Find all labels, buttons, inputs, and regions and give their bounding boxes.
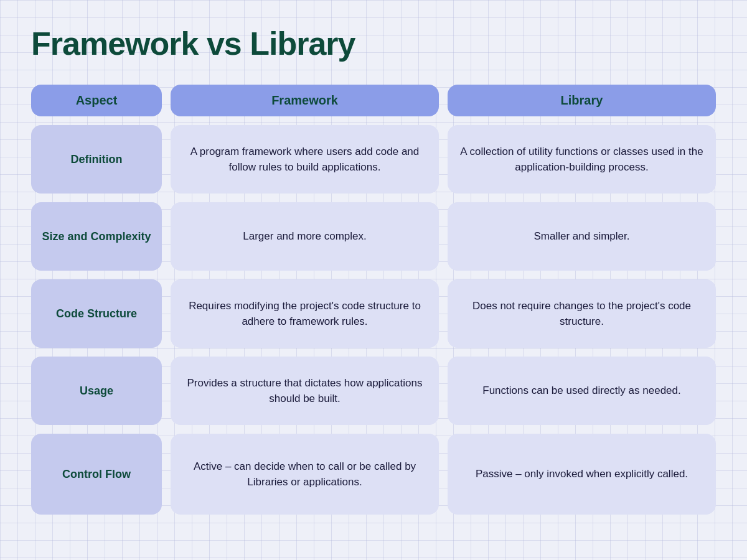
comparison-table: Aspect Framework Library Definition A pr…: [31, 85, 716, 515]
aspect-code-structure: Code Structure: [31, 279, 162, 348]
header-framework: Framework: [171, 85, 439, 116]
library-control-flow: Passive – only invoked when explicitly c…: [448, 434, 716, 515]
aspect-definition: Definition: [31, 125, 162, 194]
framework-control-flow: Active – can decide when to call or be c…: [171, 434, 439, 515]
framework-usage: Provides a structure that dictates how a…: [171, 357, 439, 425]
library-definition: A collection of utility functions or cla…: [448, 125, 716, 194]
framework-size-complexity: Larger and more complex.: [171, 202, 439, 271]
header-library: Library: [448, 85, 716, 116]
library-usage: Functions can be used directly as needed…: [448, 357, 716, 425]
library-size-complexity: Smaller and simpler.: [448, 202, 716, 271]
page-title: Framework vs Library: [31, 25, 716, 62]
header-aspect: Aspect: [31, 85, 162, 116]
aspect-control-flow: Control Flow: [31, 434, 162, 515]
library-code-structure: Does not require changes to the project'…: [448, 279, 716, 348]
framework-definition: A program framework where users add code…: [171, 125, 439, 194]
aspect-usage: Usage: [31, 357, 162, 425]
aspect-size-complexity: Size and Complexity: [31, 202, 162, 271]
framework-code-structure: Requires modifying the project's code st…: [171, 279, 439, 348]
